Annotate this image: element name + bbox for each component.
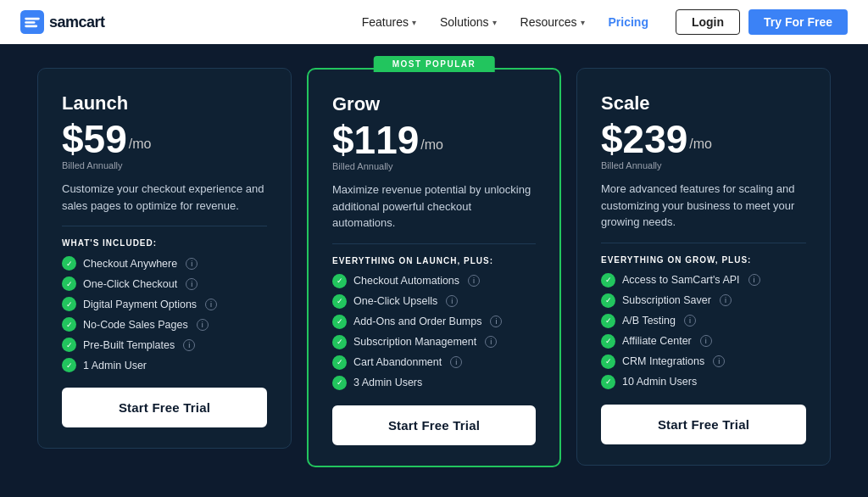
- try-free-button[interactable]: Try For Free: [748, 9, 848, 35]
- plan-name: Launch: [62, 92, 267, 114]
- plan-price: $59 /mo: [62, 120, 267, 159]
- chevron-down-icon: ▾: [412, 18, 416, 27]
- price-amount: $119: [332, 120, 419, 159]
- feature-item: ✓ Subscription Saver i: [601, 293, 806, 308]
- check-icon: ✓: [332, 315, 347, 329]
- start-trial-button[interactable]: Start Free Trial: [62, 388, 267, 427]
- info-icon[interactable]: i: [197, 319, 209, 331]
- plan-description: Customize your checkout experience and s…: [62, 181, 267, 226]
- feature-list: ✓ Checkout Anywhere i ✓ One-Click Checko…: [62, 256, 267, 372]
- info-icon[interactable]: i: [450, 356, 462, 368]
- feature-item: ✓ A/B Testing i: [601, 314, 806, 328]
- feature-text: 1 Admin User: [83, 360, 147, 371]
- logo[interactable]: samcart: [20, 10, 105, 34]
- check-icon: ✓: [62, 317, 76, 332]
- info-icon[interactable]: i: [684, 315, 696, 327]
- price-amount: $59: [62, 120, 127, 159]
- check-icon: ✓: [332, 376, 347, 390]
- check-icon: ✓: [62, 338, 76, 352]
- info-icon[interactable]: i: [183, 339, 195, 351]
- feature-text: One-Click Upsells: [353, 295, 437, 307]
- billing-note: Billed Annually: [332, 161, 536, 171]
- check-icon: ✓: [332, 294, 347, 309]
- price-period: /mo: [129, 137, 152, 152]
- info-icon[interactable]: i: [205, 299, 217, 310]
- plan-description: More advanced features for scaling and c…: [601, 181, 806, 243]
- info-icon[interactable]: i: [468, 275, 480, 287]
- feature-text: Checkout Anywhere: [83, 258, 177, 270]
- feature-text: Subscription Management: [353, 336, 476, 348]
- logo-icon: [20, 10, 44, 34]
- feature-list: ✓ Access to SamCart's API i ✓ Subscripti…: [601, 273, 806, 389]
- feature-item: ✓ One-Click Checkout i: [62, 276, 267, 291]
- feature-item: ✓ No-Code Sales Pages i: [62, 317, 267, 332]
- check-icon: ✓: [62, 256, 76, 271]
- check-icon: ✓: [601, 293, 615, 308]
- check-icon: ✓: [601, 273, 615, 288]
- feature-text: Affiliate Center: [622, 335, 692, 347]
- feature-item: ✓ Cart Abandonment i: [332, 355, 536, 370]
- features-label: EVERYTHING ON LAUNCH, PLUS:: [332, 256, 536, 265]
- feature-text: Subscription Saver: [622, 294, 711, 306]
- info-icon[interactable]: i: [700, 335, 712, 347]
- check-icon: ✓: [62, 297, 76, 311]
- info-icon[interactable]: i: [186, 258, 198, 270]
- info-icon[interactable]: i: [186, 278, 198, 290]
- feature-item: ✓ Subscription Management i: [332, 335, 536, 349]
- check-icon: ✓: [332, 335, 347, 349]
- features-label: WHAT'S INCLUDED:: [62, 238, 267, 248]
- check-icon: ✓: [601, 314, 615, 328]
- feature-item: ✓ 3 Admin Users: [332, 376, 536, 390]
- feature-text: Cart Abandonment: [353, 356, 442, 368]
- pricing-section: Launch $59 /mo Billed Annually Customize…: [0, 44, 868, 488]
- chevron-down-icon: ▾: [581, 18, 585, 27]
- info-icon[interactable]: i: [720, 294, 732, 306]
- billing-note: Billed Annually: [62, 160, 267, 170]
- navigation: samcart Features ▾ Solutions ▾ Resources…: [0, 0, 868, 44]
- logo-text: samcart: [49, 14, 105, 31]
- info-icon[interactable]: i: [490, 316, 502, 327]
- most-popular-badge: MOST POPULAR: [374, 56, 495, 72]
- login-button[interactable]: Login: [676, 9, 740, 35]
- feature-text: One-Click Checkout: [83, 278, 177, 290]
- features-label: EVERYTHING ON GROW, PLUS:: [601, 255, 806, 265]
- feature-item: ✓ 10 Admin Users: [601, 375, 806, 389]
- info-icon[interactable]: i: [713, 355, 725, 367]
- feature-item: ✓ Pre-Built Templates i: [62, 338, 267, 352]
- info-icon[interactable]: i: [485, 336, 497, 348]
- plan-price: $239 /mo: [601, 120, 806, 159]
- feature-item: ✓ Digital Payment Options i: [62, 297, 267, 311]
- feature-item: ✓ Access to SamCart's API i: [601, 273, 806, 288]
- check-icon: ✓: [601, 355, 615, 369]
- nav-pricing[interactable]: Pricing: [609, 15, 648, 29]
- info-icon[interactable]: i: [748, 274, 760, 286]
- check-icon: ✓: [332, 355, 347, 370]
- feature-item: ✓ 1 Admin User: [62, 358, 267, 372]
- feature-item: ✓ Checkout Automations i: [332, 274, 536, 288]
- feature-item: ✓ Affiliate Center i: [601, 334, 806, 349]
- svg-rect-1: [25, 18, 40, 20]
- plan-card-grow: MOST POPULAR Grow $119 /mo Billed Annual…: [307, 68, 561, 467]
- feature-text: No-Code Sales Pages: [83, 319, 188, 331]
- info-icon[interactable]: i: [446, 295, 458, 307]
- feature-text: A/B Testing: [622, 315, 676, 327]
- nav-resources[interactable]: Resources ▾: [520, 15, 585, 29]
- feature-text: Add-Ons and Order Bumps: [353, 316, 481, 327]
- nav-actions: Login Try For Free: [676, 9, 848, 35]
- feature-text: Digital Payment Options: [83, 299, 197, 310]
- price-amount: $239: [601, 120, 687, 159]
- check-icon: ✓: [332, 274, 347, 288]
- start-trial-button[interactable]: Start Free Trial: [601, 405, 806, 444]
- check-icon: ✓: [601, 334, 615, 349]
- nav-features[interactable]: Features ▾: [362, 15, 416, 29]
- nav-solutions[interactable]: Solutions ▾: [440, 15, 497, 29]
- feature-text: 3 Admin Users: [353, 377, 422, 388]
- plan-name: Grow: [332, 93, 536, 115]
- plan-price: $119 /mo: [332, 120, 536, 159]
- price-period: /mo: [420, 137, 443, 153]
- plan-description: Maximize revenue potential by unlocking …: [332, 181, 536, 244]
- feature-item: ✓ CRM Integrations i: [601, 355, 806, 369]
- check-icon: ✓: [62, 358, 76, 372]
- feature-text: Checkout Automations: [353, 275, 459, 287]
- start-trial-button[interactable]: Start Free Trial: [332, 405, 536, 445]
